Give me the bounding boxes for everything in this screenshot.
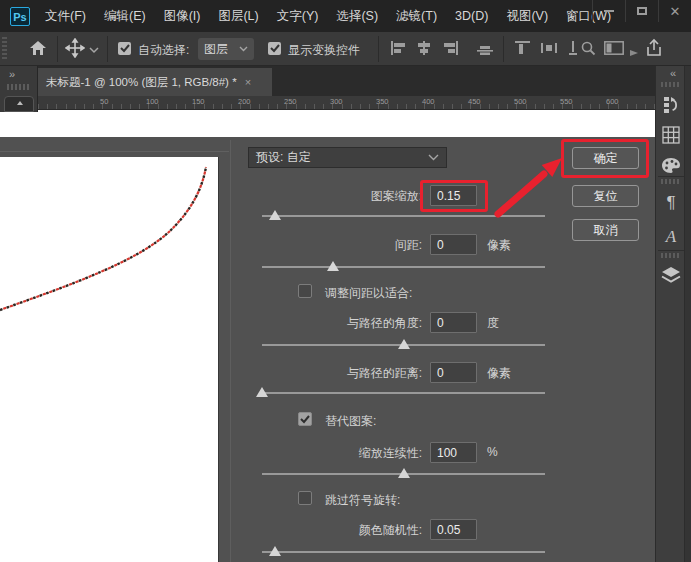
options-grip[interactable] (2, 37, 7, 61)
align-right-icon[interactable] (443, 41, 459, 58)
menu-3d[interactable]: 3D(D) (446, 0, 497, 32)
spacing-slider[interactable] (262, 262, 545, 272)
dock-grip[interactable] (661, 82, 681, 87)
layer-select[interactable]: 图层 (198, 38, 254, 60)
chevron-flyout-icon[interactable] (630, 45, 638, 59)
horizontal-ruler: 50 100 150 200 250 300 350 400 450 500 5… (38, 96, 655, 110)
layers-panel-icon[interactable] (656, 262, 686, 288)
move-tool-icon[interactable] (65, 38, 85, 61)
canvas-top-edge (0, 151, 229, 152)
collapse-panel-icon[interactable]: » (9, 68, 13, 80)
slider-thumb[interactable] (398, 339, 410, 349)
chevron-down-icon (428, 154, 439, 161)
color-randomness-input[interactable] (430, 519, 477, 540)
align-bottom-icon[interactable] (569, 41, 577, 58)
menu-filter[interactable]: 滤镜(T) (387, 0, 446, 32)
align-vertical-center-icon[interactable] (477, 44, 493, 58)
photoshop-window: Ps 文件(F) 编辑(E) 图像(I) 图层(L) 文字(Y) 选择(S) 滤… (0, 0, 691, 562)
chevron-down-icon (239, 46, 248, 52)
align-top-icon[interactable] (515, 41, 530, 58)
spacing-unit: 像素 (487, 237, 511, 254)
ruler-numbers: 50 100 150 200 250 300 350 400 450 500 5… (100, 97, 652, 106)
tab-close-icon[interactable]: × (245, 76, 251, 88)
maximize-icon (637, 7, 647, 15)
menu-file[interactable]: 文件(F) (36, 0, 95, 32)
slider-thumb[interactable] (327, 261, 339, 271)
adjust-spacing-checkbox[interactable] (298, 284, 312, 298)
maximize-button[interactable] (625, 0, 658, 22)
close-icon: ✕ (670, 4, 681, 19)
scale-consistency-unit: % (487, 445, 498, 459)
slider-thumb[interactable] (256, 387, 268, 397)
preset-label: 预设: (256, 149, 283, 166)
align-left-icon[interactable] (390, 41, 406, 58)
home-icon[interactable] (28, 38, 48, 61)
distance-from-path-input[interactable] (430, 362, 477, 383)
paragraph-panel-icon[interactable]: ¶ (656, 190, 686, 216)
swatches-panel-icon[interactable] (656, 122, 686, 148)
panel-grip[interactable] (7, 84, 31, 90)
close-button[interactable]: ✕ (658, 0, 691, 22)
dock-grip[interactable] (661, 179, 681, 184)
menu-layer[interactable]: 图层(L) (209, 0, 267, 32)
menubar: 文件(F) 编辑(E) 图像(I) 图层(L) 文字(Y) 选择(S) 滤镜(T… (36, 0, 620, 32)
menu-type[interactable]: 文字(Y) (268, 0, 328, 32)
search-icon[interactable] (580, 40, 596, 59)
scale-consistency-input[interactable] (430, 442, 477, 463)
show-transform-checkbox[interactable] (268, 42, 281, 55)
angle-unit: 度 (487, 315, 499, 332)
ps-logo: Ps (10, 7, 30, 26)
align-center-horizontal-icon[interactable] (416, 41, 432, 58)
reset-button[interactable]: 复位 (572, 185, 639, 207)
color-panel-icon[interactable] (656, 152, 686, 178)
distance-unit: 像素 (487, 365, 511, 382)
tools-panel-collapsed: » (0, 66, 38, 112)
separator (503, 36, 504, 62)
minimize-button[interactable] (592, 0, 625, 22)
skip-symbol-rotation-label: 跳过符号旋转: (325, 492, 400, 509)
document-top-strip (0, 110, 655, 137)
document-tab-title: 未标题-1 @ 100% (图层 1, RGB/8#) * (46, 75, 237, 90)
alternate-patterns-checkbox[interactable] (298, 412, 312, 426)
skip-symbol-rotation-checkbox[interactable] (298, 491, 312, 505)
auto-select-checkbox[interactable] (118, 42, 131, 55)
history-panel-icon[interactable] (656, 92, 686, 118)
slider-thumb[interactable] (269, 546, 281, 556)
options-bar: 自动选择: 图层 显示变换控件 (0, 32, 691, 66)
menu-edit[interactable]: 编辑(E) (95, 0, 155, 32)
cancel-button[interactable]: 取消 (572, 219, 639, 241)
distance-from-path-label: 与路径的距离: (262, 365, 422, 382)
separator (378, 36, 379, 62)
separator (107, 36, 108, 62)
angle-from-path-input[interactable] (430, 312, 477, 333)
workspace-panel-icon[interactable] (604, 41, 624, 58)
tool-button[interactable] (4, 96, 34, 112)
menu-view[interactable]: 视图(V) (497, 0, 557, 32)
angle-slider[interactable] (262, 340, 545, 350)
scale-consistency-slider[interactable] (262, 469, 545, 479)
document-canvas[interactable] (0, 157, 219, 562)
slider-thumb[interactable] (269, 210, 281, 220)
dotted-path-curve (0, 157, 219, 562)
minimize-icon (604, 10, 614, 12)
color-randomness-slider[interactable] (262, 547, 545, 557)
spacing-input[interactable] (430, 234, 477, 255)
character-styles-panel-icon[interactable]: A (656, 224, 686, 250)
spacing-label: 间距: (262, 237, 422, 254)
document-tab[interactable]: 未标题-1 @ 100% (图层 1, RGB/8#) * × (38, 68, 272, 96)
check-icon (300, 415, 310, 424)
chevron-down-icon[interactable] (89, 43, 99, 57)
preset-dropdown[interactable]: 预设: 自定 (248, 147, 447, 168)
color-randomness-label: 颜色随机性: (262, 522, 422, 539)
slider-thumb[interactable] (398, 468, 410, 478)
menu-select[interactable]: 选择(S) (327, 0, 387, 32)
menu-image[interactable]: 图像(I) (155, 0, 210, 32)
distribute-horizontal-icon[interactable] (541, 41, 557, 58)
distance-slider[interactable] (262, 388, 545, 398)
dock-grip[interactable] (661, 253, 681, 258)
dock-edge-strip (684, 66, 691, 562)
share-icon[interactable] (644, 38, 664, 61)
collapse-dock-icon[interactable]: « (670, 67, 674, 79)
alternate-patterns-label: 替代图案: (325, 413, 376, 430)
window-controls: ✕ (592, 0, 691, 22)
